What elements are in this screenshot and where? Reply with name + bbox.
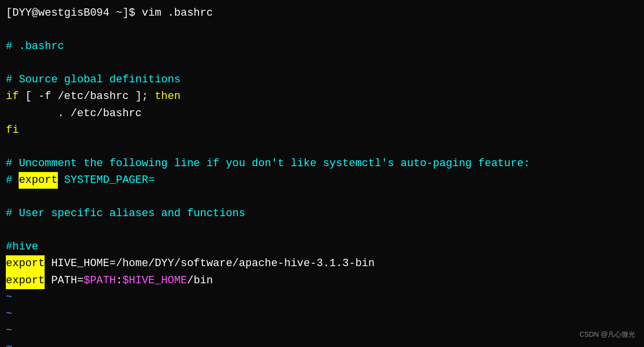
terminal-text: [DYY@westgisB094 ~]$ vim .bashrc bbox=[6, 5, 213, 22]
terminal-window: [DYY@westgisB094 ~]$ vim .bashrc # .bash… bbox=[0, 0, 644, 347]
terminal-line: export HIVE_HOME=/home/DYY/software/apac… bbox=[6, 255, 638, 272]
terminal-text: [ -f bbox=[19, 88, 57, 105]
terminal-line: ~ bbox=[6, 289, 638, 306]
terminal-text: # .bashrc bbox=[6, 38, 64, 55]
terminal-line: ~ bbox=[6, 322, 638, 339]
terminal-line bbox=[6, 55, 638, 72]
terminal-text: ~ bbox=[6, 289, 12, 306]
terminal-text: export bbox=[6, 273, 45, 289]
terminal-text: SYSTEMD_PAGER= bbox=[58, 172, 155, 189]
terminal-text: if bbox=[6, 88, 19, 105]
terminal-text: PATH= bbox=[45, 273, 83, 289]
terminal-text: HIVE_HOME=/home/DYY/software/apache-hive… bbox=[45, 255, 374, 272]
terminal-text: #hive bbox=[6, 239, 38, 255]
terminal-line: fi bbox=[6, 122, 638, 139]
terminal-line: # User specific aliases and functions bbox=[6, 205, 638, 222]
terminal-text: ]; bbox=[129, 88, 155, 105]
watermark: CSDN @凡心微光 bbox=[579, 329, 635, 340]
terminal-line: # Uncomment the following line if you do… bbox=[6, 155, 638, 172]
terminal-line: ~ bbox=[6, 306, 638, 322]
terminal-line: export PATH=$PATH:$HIVE_HOME/bin bbox=[6, 273, 638, 289]
terminal-line: ~ bbox=[6, 339, 638, 347]
terminal-line: #hive bbox=[6, 239, 638, 255]
terminal-line bbox=[6, 189, 638, 205]
terminal-line bbox=[6, 222, 638, 239]
terminal-text: # Source global definitions bbox=[6, 72, 180, 88]
terminal-line bbox=[6, 139, 638, 155]
terminal-text: ~ bbox=[6, 306, 12, 322]
terminal-text: then bbox=[155, 88, 181, 105]
terminal-text: . /etc/bashrc bbox=[6, 105, 142, 122]
terminal-text: # bbox=[6, 172, 19, 189]
terminal-text: export bbox=[19, 172, 57, 189]
terminal-line: # Source global definitions bbox=[6, 72, 638, 88]
terminal-text: # Uncomment the following line if you do… bbox=[6, 155, 530, 172]
terminal-text: export bbox=[6, 255, 45, 272]
terminal-text: $HIVE_HOME bbox=[123, 273, 187, 289]
terminal-text: $PATH bbox=[83, 273, 116, 289]
terminal-text: # User specific aliases and functions bbox=[6, 205, 245, 222]
terminal-line: if [ -f /etc/bashrc ]; then bbox=[6, 88, 638, 105]
terminal-text: /bin bbox=[187, 273, 213, 289]
terminal-text: fi bbox=[6, 122, 19, 139]
terminal-text: /etc/bashrc bbox=[58, 88, 129, 105]
terminal-text: ~ bbox=[6, 339, 12, 347]
terminal-line bbox=[6, 22, 638, 38]
terminal-line: # .bashrc bbox=[6, 38, 638, 55]
terminal-line: . /etc/bashrc bbox=[6, 105, 638, 122]
terminal-text: ~ bbox=[6, 322, 12, 339]
terminal-line: [DYY@westgisB094 ~]$ vim .bashrc bbox=[6, 5, 638, 22]
terminal-line: # export SYSTEMD_PAGER= bbox=[6, 172, 638, 189]
terminal-content: [DYY@westgisB094 ~]$ vim .bashrc # .bash… bbox=[6, 5, 638, 347]
terminal-text: : bbox=[116, 273, 122, 289]
